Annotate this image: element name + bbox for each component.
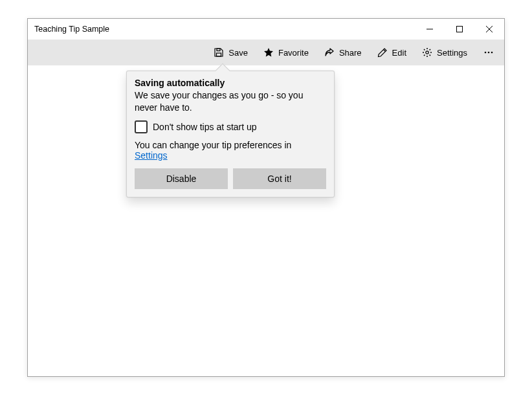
disable-button[interactable]: Disable xyxy=(135,168,228,189)
got-it-button[interactable]: Got it! xyxy=(233,168,326,189)
svg-point-8 xyxy=(485,52,487,54)
save-label: Save xyxy=(228,48,248,58)
svg-rect-1 xyxy=(457,27,463,32)
star-icon xyxy=(263,47,274,58)
tip-checkbox-row: Don't show tips at start up xyxy=(135,120,326,133)
save-icon xyxy=(214,47,224,58)
settings-button[interactable]: Settings xyxy=(415,41,474,64)
tip-settings-link[interactable]: Settings xyxy=(135,150,168,161)
svg-point-9 xyxy=(488,52,490,54)
edit-icon xyxy=(377,47,388,58)
dont-show-tips-label: Don't show tips at start up xyxy=(153,122,257,132)
tip-footer-text: You can change your tip preferences in xyxy=(135,140,291,150)
app-window: Teaching Tip Sample Save xyxy=(27,18,505,377)
command-bar: Save Favorite Share Edit S xyxy=(28,40,504,65)
close-icon xyxy=(486,26,493,32)
minimize-icon xyxy=(427,26,433,32)
favorite-button[interactable]: Favorite xyxy=(256,41,316,64)
settings-label: Settings xyxy=(437,48,467,58)
window-title: Teaching Tip Sample xyxy=(34,25,109,34)
dont-show-tips-checkbox[interactable] xyxy=(135,120,148,133)
edit-button[interactable]: Edit xyxy=(370,41,414,64)
tip-title: Saving automatically xyxy=(135,78,326,88)
save-button[interactable]: Save xyxy=(206,41,255,64)
share-icon xyxy=(324,47,335,58)
svg-point-7 xyxy=(426,51,428,54)
minimize-button[interactable] xyxy=(415,19,445,40)
teaching-tip-caret xyxy=(216,63,230,78)
svg-point-10 xyxy=(491,52,493,54)
favorite-label: Favorite xyxy=(278,48,309,58)
gear-icon xyxy=(422,47,432,58)
tip-buttons: Disable Got it! xyxy=(135,168,326,189)
share-label: Share xyxy=(339,48,362,58)
edit-label: Edit xyxy=(392,48,406,58)
share-button[interactable]: Share xyxy=(317,41,369,64)
content-area: Saving automatically We save your change… xyxy=(28,65,504,376)
titlebar: Teaching Tip Sample xyxy=(28,19,504,40)
svg-line-6 xyxy=(383,50,385,52)
titlebar-controls xyxy=(415,19,504,40)
maximize-icon xyxy=(456,26,463,32)
close-button[interactable] xyxy=(474,19,504,40)
more-button[interactable] xyxy=(476,41,502,64)
teaching-tip: Saving automatically We save your change… xyxy=(126,71,335,198)
tip-footer: You can change your tip preferences in S… xyxy=(135,140,326,161)
more-icon xyxy=(483,47,494,58)
svg-rect-5 xyxy=(217,49,220,51)
tip-subtitle: We save your changes as you go - so you … xyxy=(135,89,326,114)
svg-rect-4 xyxy=(217,53,221,56)
maximize-button[interactable] xyxy=(445,19,474,40)
